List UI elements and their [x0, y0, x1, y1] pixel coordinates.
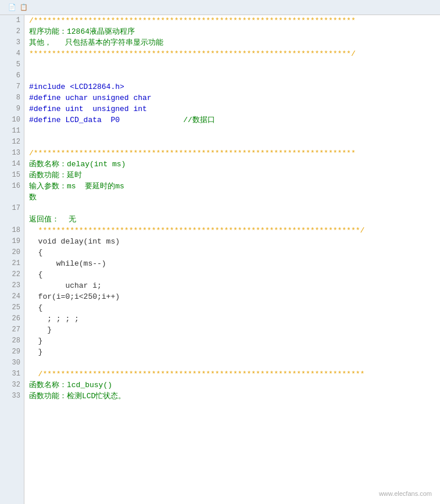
line-number: 21 — [0, 258, 24, 269]
line-number: 32 — [0, 380, 24, 391]
code-line: } — [29, 335, 440, 346]
code-line: #define uint unsigned int — [29, 103, 440, 115]
line-number: 19 — [0, 236, 24, 247]
line-number: 2 — [0, 26, 24, 37]
code-line: } — [29, 324, 440, 335]
code-line: } — [29, 346, 440, 358]
line-number: 12 — [0, 137, 24, 148]
code-line: { — [29, 302, 440, 313]
code-line: { — [29, 247, 440, 258]
line-number: 9 — [0, 103, 24, 115]
line-number: 5 — [0, 59, 24, 70]
line-number: 15 — [0, 170, 24, 181]
code-line: /***************************************… — [29, 369, 440, 380]
line-numbers: 1234567891011121314151617181920212223242… — [0, 15, 24, 504]
code-line: 其他， 只包括基本的字符串显示功能 — [29, 37, 440, 48]
line-number: 4 — [0, 48, 24, 59]
line-number: 3 — [0, 37, 24, 48]
line-number: 17 — [0, 203, 24, 214]
editor: 1234567891011121314151617181920212223242… — [0, 15, 440, 504]
line-number: 22 — [0, 269, 24, 280]
line-number: 11 — [0, 126, 24, 137]
code-line: #include <LCD12864.h> — [29, 81, 440, 92]
code-line: 返回值： 无 — [29, 214, 440, 225]
code-line: 函数名称：delay(int ms) — [29, 159, 440, 170]
code-line: { — [29, 269, 440, 280]
code-line: 函数功能：延时 — [29, 170, 440, 181]
line-number: 13 — [0, 148, 24, 159]
line-number: 8 — [0, 92, 24, 103]
line-number: 24 — [0, 291, 24, 302]
code-line: #define LCD_data P0 //数据口 — [29, 115, 440, 126]
line-number: 1 — [0, 15, 24, 26]
code-line: void delay(int ms) — [29, 236, 440, 247]
code-area: /***************************************… — [24, 15, 440, 504]
line-number: 28 — [0, 335, 24, 346]
line-number: 6 — [0, 70, 24, 81]
file-icon-1: 📄 — [8, 3, 16, 11]
line-number: 14 — [0, 159, 24, 170]
code-line: /***************************************… — [29, 15, 440, 26]
code-line: ; ; ; ; — [29, 313, 440, 324]
line-number — [0, 192, 24, 203]
code-line: 输入参数：ms 要延时的ms — [29, 181, 440, 192]
line-number: 31 — [0, 369, 24, 380]
tab-bar: 📄 📋 — [0, 0, 440, 15]
line-number — [0, 214, 24, 225]
line-number: 26 — [0, 313, 24, 324]
code-line — [29, 358, 440, 369]
line-number: 29 — [0, 346, 24, 358]
watermark: www.elecfans.com — [377, 489, 434, 498]
code-line: 函数名称：lcd_busy() — [29, 380, 440, 391]
code-line — [29, 137, 440, 148]
line-number: 20 — [0, 247, 24, 258]
file-icon-2: 📋 — [20, 3, 28, 11]
code-line: uchar i; — [29, 280, 440, 291]
line-number: 33 — [0, 391, 24, 402]
code-line: ****************************************… — [29, 225, 440, 236]
code-line: /***************************************… — [29, 148, 440, 159]
code-line — [29, 70, 440, 81]
code-line: #define uchar unsigned char — [29, 92, 440, 103]
line-number: 10 — [0, 115, 24, 126]
line-number: 25 — [0, 302, 24, 313]
code-line — [29, 203, 440, 214]
line-number: 18 — [0, 225, 24, 236]
line-number: 30 — [0, 358, 24, 369]
line-number: 16 — [0, 181, 24, 192]
code-line: 程序功能：12864液晶驱动程序 — [29, 26, 440, 37]
code-line — [29, 126, 440, 137]
line-number: 23 — [0, 280, 24, 291]
code-line: 函数功能：检测LCD忙状态。 — [29, 391, 440, 402]
line-number: 27 — [0, 324, 24, 335]
code-line: while(ms--) — [29, 258, 440, 269]
line-number: 7 — [0, 81, 24, 92]
code-line: 数 — [29, 192, 440, 203]
code-line: ****************************************… — [29, 48, 440, 59]
code-line: for(i=0;i<250;i++) — [29, 291, 440, 302]
code-line — [29, 59, 440, 70]
